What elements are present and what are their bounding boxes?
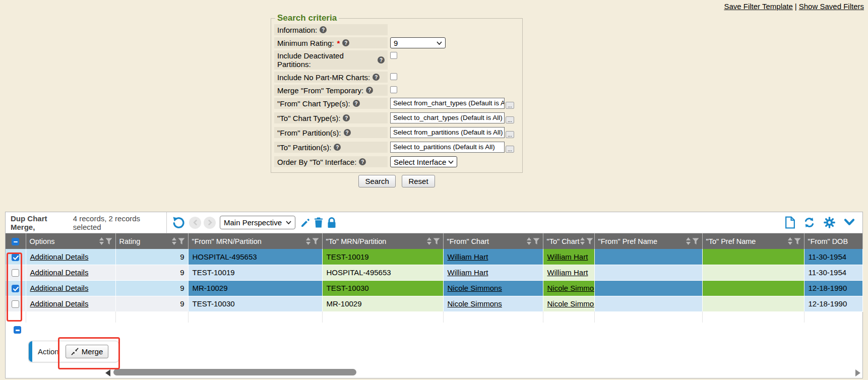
help-icon[interactable]: ? (334, 144, 341, 151)
scroll-right-arrow-icon[interactable] (855, 369, 860, 376)
to-chart-link[interactable]: William Hart (547, 252, 588, 261)
help-icon[interactable]: ? (320, 26, 327, 33)
from-partitions-picker-button[interactable]: ... (506, 131, 514, 138)
sort-icon[interactable] (305, 237, 311, 245)
additional-details-link[interactable]: Additional Details (30, 268, 89, 277)
column-header-from-mrn[interactable]: "From" MRN/Partition (188, 233, 322, 249)
sort-icon[interactable] (426, 237, 432, 245)
sort-icon[interactable] (171, 237, 177, 245)
show-saved-filters-link[interactable]: Show Saved Filters (799, 2, 864, 11)
from-partitions-input[interactable]: Select from_partitions (Default is All) (390, 127, 505, 138)
filter-icon[interactable] (178, 238, 185, 245)
merge-icon (71, 348, 79, 355)
additional-details-link[interactable]: Additional Details (30, 284, 89, 292)
sort-icon[interactable] (526, 237, 532, 245)
filter-icon[interactable] (533, 238, 540, 245)
sort-icon[interactable] (686, 237, 691, 245)
save-filter-template-link[interactable]: Save Filter Template (724, 2, 792, 11)
select-all-checkbox[interactable] (12, 238, 19, 245)
from-mrn-cell: MR-10029 (188, 280, 322, 296)
help-icon[interactable]: ? (344, 129, 351, 136)
row-checkbox[interactable] (12, 300, 19, 308)
help-icon[interactable]: ? (342, 39, 349, 46)
from-chart-link[interactable]: William Hart (448, 268, 488, 277)
from-chart-types-input[interactable]: Select from_chart_types (Default is All) (390, 98, 505, 109)
to-chart-link[interactable]: William Hart (547, 268, 588, 277)
select-all-bottom-checkbox[interactable] (14, 326, 21, 334)
to-pref-name-cell (702, 265, 804, 280)
column-header-options[interactable]: Options (26, 233, 115, 249)
to-partitions-label: "To" Partition(s): ? (274, 142, 388, 153)
additional-details-link[interactable]: Additional Details (30, 252, 89, 261)
to-chart-types-picker-button[interactable]: ... (506, 116, 514, 123)
filter-icon[interactable] (692, 238, 699, 245)
filter-icon[interactable] (433, 238, 440, 245)
form-row-include-deactivated: Include Deactivated Partitions: ? (274, 50, 519, 70)
row-checkbox[interactable] (12, 254, 19, 261)
refresh-icon[interactable] (803, 216, 816, 229)
help-icon[interactable]: ? (373, 74, 380, 81)
help-icon[interactable]: ? (366, 87, 373, 94)
perspective-select[interactable]: Main Perspective (220, 216, 295, 229)
filter-icon[interactable] (312, 238, 319, 245)
to-partitions-input[interactable]: Select to_partitions (Default is All) (390, 142, 505, 153)
scrollbar-thumb[interactable] (113, 369, 356, 375)
grid-toolbar-right (785, 216, 862, 229)
to-chart-link[interactable]: Nicole Simmons (547, 299, 595, 308)
column-header-from-dob[interactable]: "From" DOB (804, 233, 862, 249)
gear-settings-icon[interactable] (823, 216, 836, 229)
column-header-from-chart[interactable]: "From" Chart (443, 233, 543, 249)
form-row-include-no-partmr: Include No Part-MR Charts: ? (274, 72, 519, 83)
reset-button[interactable]: Reset (402, 175, 435, 187)
filter-icon[interactable] (105, 238, 112, 245)
row-checkbox[interactable] (12, 285, 19, 292)
search-form-buttons: Search Reset (271, 175, 523, 187)
lock-icon[interactable] (327, 217, 337, 228)
column-header-rating[interactable]: Rating (115, 233, 188, 249)
from-chart-link[interactable]: Nicole Simmons (448, 284, 502, 292)
scroll-left-arrow-icon[interactable] (105, 369, 110, 376)
help-icon[interactable]: ? (353, 100, 360, 107)
to-chart-link[interactable]: Nicole Simmons (547, 284, 595, 292)
rating-cell: 9 (115, 249, 188, 265)
search-button[interactable]: Search (358, 175, 396, 187)
from-dob-cell: 11-30-1954 (804, 265, 862, 280)
from-chart-link[interactable]: Nicole Simmons (448, 299, 502, 308)
from-chart-types-picker-button[interactable]: ... (506, 102, 514, 109)
undo-icon[interactable] (172, 216, 185, 229)
sort-icon[interactable] (580, 237, 585, 245)
include-no-partmr-checkbox[interactable] (390, 73, 397, 80)
edit-pencil-icon[interactable] (300, 218, 311, 228)
column-header-from-pref-name[interactable]: "From" Pref Name (594, 233, 702, 249)
help-icon[interactable]: ? (359, 158, 366, 165)
merge-button[interactable]: Merge (66, 345, 109, 358)
help-icon[interactable]: ? (378, 56, 385, 64)
history-forward-icon[interactable] (204, 217, 216, 229)
grid-title: Dup Chart Merge, 4 records, 2 records se… (6, 212, 167, 233)
help-icon[interactable]: ? (343, 114, 350, 121)
row-checkbox[interactable] (12, 269, 19, 277)
column-header-to-chart[interactable]: "To" Chart (543, 233, 594, 249)
include-deactivated-checkbox[interactable] (390, 52, 397, 59)
information-label: Information: ? (274, 24, 388, 35)
sort-icon[interactable] (99, 237, 104, 245)
form-row-to-partitions: "To" Partition(s): ? Select to_partition… (274, 142, 519, 153)
sort-icon[interactable] (787, 237, 793, 245)
horizontal-scrollbar[interactable] (6, 367, 862, 378)
filter-icon[interactable] (586, 238, 593, 245)
history-back-icon[interactable] (189, 217, 201, 229)
filter-icon[interactable] (794, 238, 801, 245)
merge-from-temporary-checkbox[interactable] (390, 86, 397, 93)
from-mrn-cell: TEST-10019 (188, 265, 322, 280)
to-chart-types-input[interactable]: Select to_chart_types (Default is All) (390, 112, 505, 123)
delete-trash-icon[interactable] (314, 217, 323, 228)
from-chart-link[interactable]: William Hart (448, 252, 488, 261)
column-header-to-pref-name[interactable]: "To" Pref Name (702, 233, 804, 249)
order-by-interface-select[interactable]: Select Interface (390, 156, 457, 167)
minimum-rating-select[interactable]: 9 (390, 37, 446, 48)
column-header-to-mrn[interactable]: "To" MRN/Partition (322, 233, 443, 249)
new-document-icon[interactable] (785, 216, 795, 229)
collapse-chevron-icon[interactable] (843, 218, 855, 227)
to-partitions-picker-button[interactable]: ... (506, 146, 514, 153)
additional-details-link[interactable]: Additional Details (30, 299, 89, 308)
